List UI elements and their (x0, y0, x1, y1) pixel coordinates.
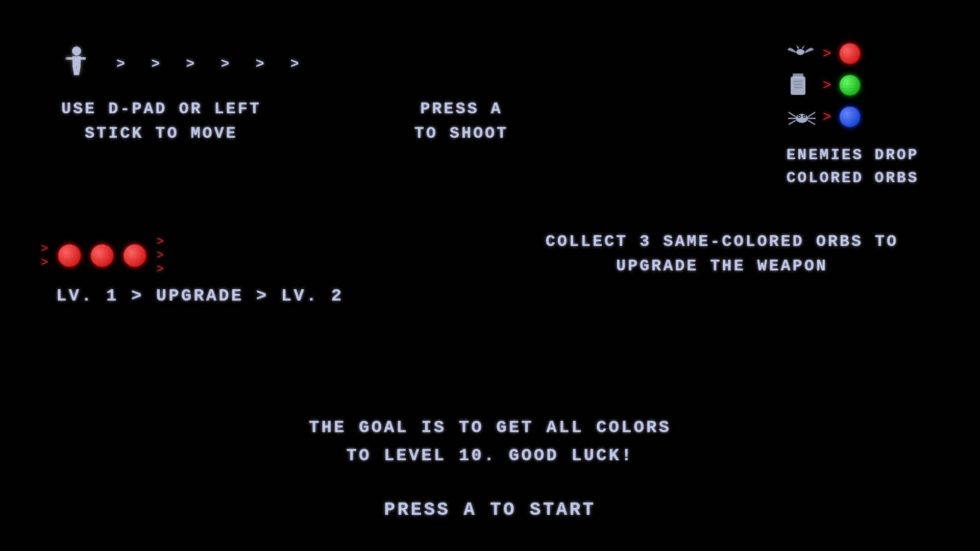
svg-rect-14 (794, 87, 802, 88)
arrow-1: > (116, 56, 127, 72)
bracket-left-bot: > (41, 256, 48, 269)
svg-line-19 (808, 112, 815, 117)
spider-enemy-row: > (787, 104, 919, 130)
spider-arrow: > (823, 109, 831, 125)
bracket-right-top: > (156, 235, 163, 248)
svg-line-18 (789, 120, 796, 124)
canister-sprite (787, 72, 815, 98)
canister-arrow: > (823, 78, 831, 93)
svg-point-7 (796, 49, 804, 55)
svg-point-15 (796, 114, 808, 123)
svg-rect-12 (794, 81, 802, 82)
arrow-4: > (221, 56, 231, 72)
move-instruction: USE D-PAD OR LEFT STICK TO MOVE (61, 97, 261, 146)
orb-collect-1 (58, 244, 81, 267)
svg-rect-10 (791, 77, 805, 95)
spider-sprite (787, 104, 815, 130)
svg-point-25 (803, 116, 805, 117)
orb-blue-enemy (840, 107, 860, 127)
svg-rect-13 (794, 84, 802, 85)
bat-arrow: > (823, 46, 831, 62)
svg-rect-6 (65, 58, 68, 59)
svg-marker-8 (796, 45, 799, 49)
bat-sprite (787, 41, 815, 66)
arrow-5: > (256, 56, 266, 72)
svg-point-0 (72, 46, 81, 56)
orb-collect-2 (91, 244, 113, 267)
arrow-6: > (290, 56, 301, 72)
lv-progression-text: LV. 1 > UPGRADE > LV. 2 (56, 286, 939, 306)
svg-rect-1 (72, 56, 81, 66)
arrow-2: > (151, 56, 161, 72)
svg-rect-5 (76, 66, 81, 76)
collect-instruction: COLLECT 3 SAME-COLORED ORBS TO UPGRADE T… (546, 230, 898, 279)
middle-upgrade-section: > > > > > LV. 1 > UPGRADE > LV. 2 COLLEC… (41, 235, 939, 306)
canister-enemy-row: > (787, 72, 919, 98)
bat-enemy-row: > (787, 41, 919, 66)
bracket-right-bot: > (156, 262, 163, 276)
orb-green-enemy (840, 75, 860, 95)
orb-collect-3 (124, 244, 146, 267)
start-prompt[interactable]: PRESS A TO START (0, 499, 980, 520)
svg-marker-9 (802, 45, 805, 49)
bracket-left-top: > (41, 242, 48, 256)
goal-section: THE GOAL IS TO GET ALL COLORS TO LEVEL 1… (0, 414, 980, 469)
svg-rect-11 (793, 73, 803, 78)
shoot-instruction: PRESS A TO SHOOT (414, 97, 508, 146)
svg-point-24 (798, 116, 800, 117)
bracket-right-mid: > (156, 248, 163, 262)
svg-rect-3 (80, 57, 86, 60)
arrow-3: > (186, 56, 196, 72)
right-enemies-panel: > > (787, 41, 919, 190)
svg-line-16 (789, 112, 796, 117)
orb-red-enemy (840, 43, 860, 64)
enemies-drop-label: ENEMIES DROP COLORED ORBS (787, 144, 919, 190)
svg-line-21 (808, 120, 815, 124)
player-sprite (61, 46, 92, 82)
